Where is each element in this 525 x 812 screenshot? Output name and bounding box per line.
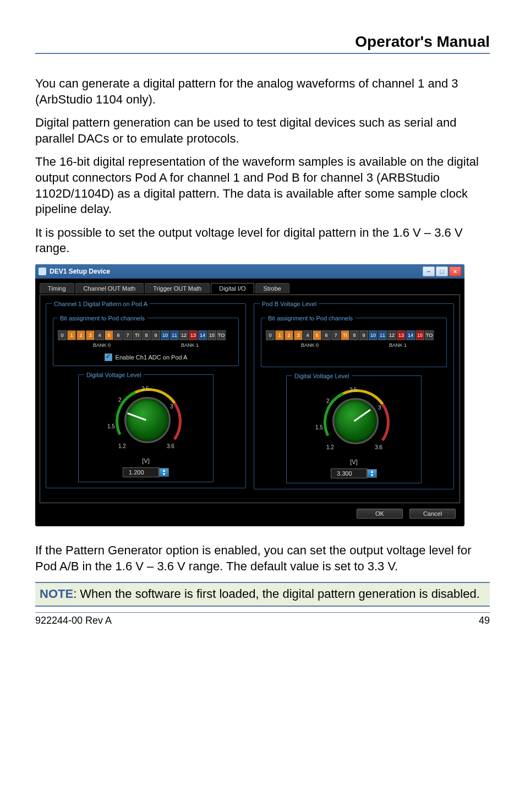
paragraph-3: The 16-bit digital representation of the… — [35, 154, 490, 217]
bit-cell[interactable]: 3 — [86, 330, 95, 340]
tick-label: 1.2 — [326, 444, 334, 450]
pod-a-bank0-label: BANK 0 — [58, 342, 146, 348]
note-box: NOTE: When the software is first loaded,… — [35, 582, 490, 607]
pod-a-bit-assignment: Bit assignment to Pod channels 0 1 2 3 4… — [53, 315, 239, 366]
digital-io-panel: Channel 1 Digital Pattern on Pod A Bit a… — [40, 295, 460, 503]
bit-cell[interactable]: 2 — [76, 330, 85, 340]
footer-page-number: 49 — [479, 615, 490, 626]
tab-channel-out-math[interactable]: Channel OUT Math — [75, 283, 144, 293]
bit-cell[interactable]: 13 — [397, 330, 406, 340]
bit-cell[interactable]: 5 — [105, 330, 113, 340]
bit-cell[interactable]: 15 — [415, 330, 424, 340]
tick-label: 2 — [326, 398, 330, 404]
pod-b-voltage-stepper[interactable]: ▲▼ — [367, 469, 377, 478]
pod-a-voltage-stepper[interactable]: ▲▼ — [159, 468, 169, 477]
bit-cell[interactable]: 10 — [369, 330, 378, 340]
tick-label: 1.5 — [107, 423, 115, 429]
pod-a-voltage-label: Digital Voltage Level — [84, 372, 144, 378]
bit-cell[interactable]: 12 — [179, 330, 188, 340]
paragraph-5: If the Pattern Generator option is enabl… — [35, 543, 490, 574]
bit-cell[interactable]: 8 — [350, 330, 359, 340]
bit-cell[interactable]: 12 — [387, 330, 396, 340]
minimize-button[interactable]: – — [423, 266, 435, 276]
bit-cell[interactable]: 11 — [378, 330, 387, 340]
bit-cell[interactable]: 5 — [313, 330, 321, 340]
paragraph-2: Digital pattern generation can be used t… — [35, 115, 490, 146]
tick-label: 1.2 — [118, 443, 126, 449]
bit-cell[interactable]: TI — [341, 330, 349, 340]
paragraph-4: It is possible to set the output voltage… — [35, 225, 490, 257]
pod-a-group-label: Channel 1 Digital Pattern on Pod A — [52, 301, 150, 307]
paragraph-1: You can generate a digital pattern for t… — [35, 76, 490, 107]
bit-cell[interactable]: 8 — [142, 330, 151, 340]
pod-a-bit-row: 0 1 2 3 4 5 6 7 TI 8 9 1 — [58, 330, 234, 340]
bit-cell[interactable]: 6 — [322, 330, 331, 340]
pod-b-unit-label: [V] — [292, 459, 415, 465]
pod-a-voltage-input[interactable]: 1.200 — [123, 467, 159, 477]
bit-cell[interactable]: 7 — [123, 330, 132, 340]
bit-cell[interactable]: TO — [425, 330, 434, 340]
note-text: : When the software is first loaded, the… — [73, 587, 480, 601]
bit-cell[interactable]: 10 — [161, 330, 169, 340]
bit-cell[interactable]: 13 — [189, 330, 198, 340]
bit-cell[interactable]: 15 — [207, 330, 216, 340]
close-button[interactable]: × — [449, 266, 461, 276]
footer-left: 922244-00 Rev A — [35, 615, 112, 626]
ok-button[interactable]: OK — [357, 509, 403, 519]
pod-a-bit-label: Bit assignment to Pod channels — [58, 315, 147, 321]
footer-rule — [35, 612, 490, 613]
pod-b-voltage-group: Digital Voltage Level 1.2 1.5 2 — [286, 373, 422, 483]
pod-a-group: Channel 1 Digital Pattern on Pod A Bit a… — [46, 301, 246, 488]
tab-timing[interactable]: Timing — [40, 283, 74, 293]
tick-label: 1.5 — [315, 424, 323, 430]
setup-device-dialog: DEV1 Setup Device – □ × Timing Channel O… — [35, 264, 464, 526]
bit-cell[interactable]: TO — [217, 330, 226, 340]
tick-label: 2.5 — [349, 387, 357, 393]
note-label: NOTE — [40, 587, 73, 601]
pod-a-bank1-label: BANK 1 — [146, 342, 234, 348]
pod-a-unit-label: [V] — [84, 457, 207, 464]
tick-label: 3 — [378, 405, 381, 411]
tab-digital-io[interactable]: Digital I/O — [211, 283, 254, 293]
tab-strip: Timing Channel OUT Math Trigger OUT Math… — [40, 283, 460, 293]
bit-cell[interactable]: 9 — [359, 330, 368, 340]
pod-b-bank1-label: BANK 1 — [354, 342, 442, 348]
pod-b-bit-label: Bit assignment to Pod channels — [266, 315, 355, 321]
bit-cell[interactable]: 6 — [114, 330, 123, 340]
bit-cell[interactable]: 3 — [294, 330, 303, 340]
header-rule — [35, 53, 490, 54]
bit-cell[interactable]: 4 — [303, 330, 312, 340]
pod-a-voltage-group: Digital Voltage Level 1.2 1.5 2 — [78, 372, 214, 482]
bit-cell[interactable]: 14 — [406, 330, 415, 340]
tick-label: 3.6 — [167, 443, 174, 449]
enable-ch1-adc-checkbox[interactable] — [105, 353, 112, 361]
pod-b-group: Pod B Voltage Level Bit assignment to Po… — [254, 301, 454, 489]
tab-trigger-out-math[interactable]: Trigger OUT Math — [145, 283, 210, 293]
pod-b-bit-row: 0 1 2 3 4 5 6 7 TI 8 9 1 — [266, 330, 442, 340]
pod-b-bit-assignment: Bit assignment to Pod channels 0 1 2 3 4… — [261, 315, 447, 367]
dialog-titlebar: DEV1 Setup Device – □ × — [35, 264, 464, 279]
maximize-button[interactable]: □ — [436, 266, 448, 276]
pod-a-voltage-dial[interactable] — [124, 397, 171, 443]
pod-b-voltage-label: Digital Voltage Level — [292, 373, 352, 379]
bit-cell[interactable]: 4 — [95, 330, 104, 340]
bit-cell[interactable]: 1 — [275, 330, 284, 340]
dialog-title: DEV1 Setup Device — [50, 268, 110, 275]
enable-ch1-adc-label: Enable Ch1 ADC on Pod A — [116, 354, 188, 361]
tick-label: 2 — [118, 397, 122, 403]
bit-cell[interactable]: 0 — [58, 330, 67, 340]
bit-cell[interactable]: 7 — [331, 330, 340, 340]
bit-cell[interactable]: 1 — [67, 330, 76, 340]
tick-label: 2.5 — [141, 386, 149, 392]
app-icon — [39, 268, 46, 275]
pod-b-bank0-label: BANK 0 — [266, 342, 354, 348]
pod-b-voltage-input[interactable]: 3.300 — [331, 468, 367, 478]
bit-cell[interactable]: 2 — [285, 330, 293, 340]
tab-strobe[interactable]: Strobe — [255, 283, 289, 293]
bit-cell[interactable]: 11 — [170, 330, 179, 340]
cancel-button[interactable]: Cancel — [409, 509, 456, 519]
bit-cell[interactable]: 14 — [198, 330, 207, 340]
bit-cell[interactable]: 0 — [266, 330, 275, 340]
bit-cell[interactable]: 9 — [151, 330, 160, 340]
bit-cell[interactable]: TI — [133, 330, 141, 340]
